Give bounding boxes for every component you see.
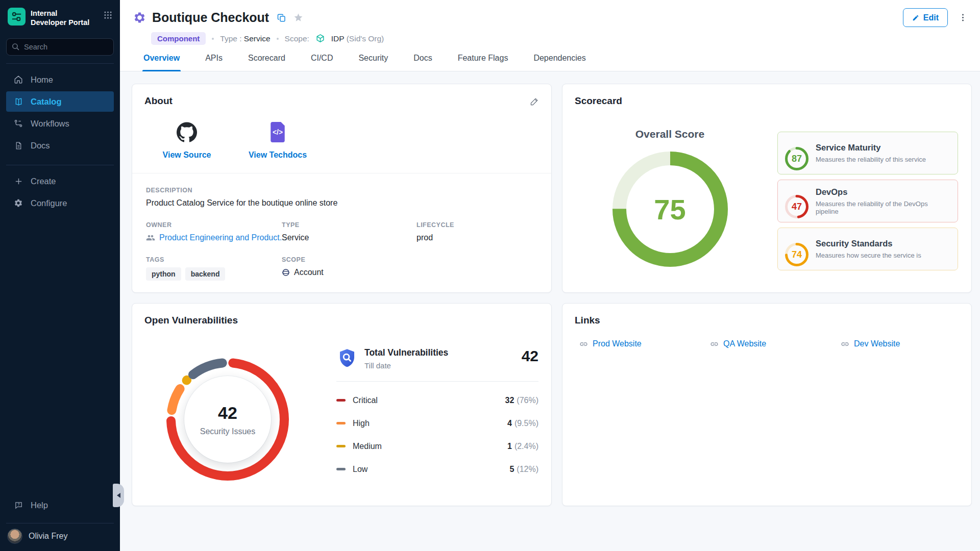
docs-icon xyxy=(13,140,23,151)
app-name: Internal Developer Portal xyxy=(31,8,89,27)
star-icon[interactable] xyxy=(293,13,303,22)
severity-row-medium: Medium 1 (2.4%) xyxy=(336,435,538,458)
edit-about-pencil-icon[interactable] xyxy=(530,97,539,106)
sidebar-item-catalog[interactable]: Catalog xyxy=(6,91,114,112)
page-title: Boutique Checkout xyxy=(152,10,269,25)
tab-docs[interactable]: Docs xyxy=(413,54,432,71)
tab-dependencies[interactable]: Dependencies xyxy=(533,54,585,71)
links-card: Links Prod Website QA Website xyxy=(562,303,972,506)
chevron-left-icon xyxy=(117,493,120,498)
severity-row-high: High 4 (9.5%) xyxy=(336,412,538,435)
severity-pct: (76%) xyxy=(517,396,538,405)
severity-count: 1 xyxy=(507,442,512,451)
sidebar-item-label: Home xyxy=(31,75,53,85)
scope-field-value: Account xyxy=(294,268,324,277)
severity-count: 4 xyxy=(507,419,512,428)
scorecard-card: Scorecard Overall Score 75 87 xyxy=(562,84,972,293)
view-techdocs-link[interactable]: </> View Techdocs xyxy=(244,122,311,160)
gear-icon xyxy=(13,198,23,208)
devops-score: 47 xyxy=(792,202,802,212)
scope-label: Scope: xyxy=(285,34,309,43)
component-gear-icon xyxy=(133,11,146,24)
tag-chip[interactable]: backend xyxy=(185,267,226,281)
description-value: Product Catalog Service for the boutique… xyxy=(146,198,539,208)
github-icon xyxy=(177,122,197,144)
overall-score-value: 75 xyxy=(654,193,685,226)
type-field-value: Service xyxy=(282,233,416,242)
tab-overview[interactable]: Overview xyxy=(143,54,180,71)
workflows-icon xyxy=(13,118,23,129)
scorecard-item-security-standards[interactable]: 74 Security Standards Measures how secur… xyxy=(777,228,958,270)
link-chain-icon xyxy=(710,340,719,348)
type-label: Type : xyxy=(220,34,241,43)
link-label: QA Website xyxy=(723,339,766,348)
link-prod-website[interactable]: Prod Website xyxy=(579,339,710,348)
lifecycle-label: LIFECYCLE xyxy=(416,221,539,229)
svg-text:</>: </> xyxy=(273,129,283,136)
sidebar-item-create[interactable]: Create xyxy=(6,171,114,191)
sidebar-divider xyxy=(6,63,114,64)
link-qa-website[interactable]: QA Website xyxy=(710,339,841,348)
owner-label: OWNER xyxy=(146,221,282,229)
tab-security[interactable]: Security xyxy=(358,54,388,71)
tag-chip[interactable]: python xyxy=(146,267,181,281)
sidebar-item-docs[interactable]: Docs xyxy=(6,135,114,156)
app-logo-icon xyxy=(8,8,26,26)
description-label: DESCRIPTION xyxy=(146,187,539,194)
scorecard-item-desc: Measures how secure the service is xyxy=(816,252,921,259)
link-dev-website[interactable]: Dev Website xyxy=(841,339,971,348)
shield-scan-icon xyxy=(336,347,358,371)
vulnerabilities-card: Open Vulnerabilities 42 Security Issues … xyxy=(132,303,552,506)
type-value: Service xyxy=(244,34,271,43)
about-card: About View Source </> View Techdocs xyxy=(132,84,552,293)
critical-marker xyxy=(336,399,346,402)
svg-text:?: ? xyxy=(17,503,19,507)
tab-feature-flags[interactable]: Feature Flags xyxy=(458,54,508,71)
lifecycle-value: prod xyxy=(416,233,539,242)
scope-org: (Sid's Org) xyxy=(347,34,384,43)
owner-link[interactable]: Product Engineering and Product... xyxy=(146,233,282,242)
owner-value: Product Engineering and Product... xyxy=(159,233,286,242)
about-card-title: About xyxy=(144,95,173,107)
app-switcher-grid-icon[interactable] xyxy=(103,10,113,22)
user-name: Olivia Frey xyxy=(29,532,67,541)
tab-apis[interactable]: APIs xyxy=(205,54,223,71)
breadcrumb-dot xyxy=(277,38,279,40)
type-field-label: TYPE xyxy=(282,221,416,229)
scorecard-item-devops[interactable]: 47 DevOps Measures the reliability of th… xyxy=(777,180,958,222)
sidebar-header: Internal Developer Portal xyxy=(0,0,120,27)
overall-score-label: Overall Score xyxy=(562,128,777,140)
edit-button[interactable]: Edit xyxy=(903,8,948,27)
sidebar-item-configure[interactable]: Configure xyxy=(6,193,114,213)
tab-scorecard[interactable]: Scorecard xyxy=(248,54,285,71)
scorecard-item-service-maturity[interactable]: 87 Service Maturity Measures the reliabi… xyxy=(777,132,958,174)
sidebar-item-label: Catalog xyxy=(31,97,62,107)
medium-marker xyxy=(336,445,346,447)
scope-field-label: SCOPE xyxy=(282,256,416,263)
breadcrumb-dot xyxy=(212,38,214,40)
user-menu[interactable]: Olivia Frey xyxy=(0,523,120,544)
security-issues-label: Security Issues xyxy=(200,427,255,436)
scorecard-card-title: Scorecard xyxy=(575,95,622,107)
overall-score-chart: Overall Score 75 xyxy=(562,107,777,276)
view-source-link[interactable]: View Source xyxy=(154,122,220,160)
link-chain-icon xyxy=(579,340,588,348)
tab-cicd[interactable]: CI/CD xyxy=(311,54,333,71)
sidebar-item-label: Workflows xyxy=(31,119,69,129)
severity-count: 5 xyxy=(509,465,514,474)
kebab-menu-icon[interactable] xyxy=(958,13,968,22)
sidebar-item-help[interactable]: ? Help xyxy=(6,495,114,515)
sidebar-item-home[interactable]: Home xyxy=(6,69,114,90)
entity-kind-badge: Component xyxy=(151,32,206,45)
severity-row-low: Low 5 (12%) xyxy=(336,458,538,481)
severity-label: High xyxy=(353,419,370,428)
copy-icon[interactable] xyxy=(277,13,286,22)
link-chain-icon xyxy=(841,340,849,348)
edit-button-label: Edit xyxy=(923,13,939,22)
sidebar-item-workflows[interactable]: Workflows xyxy=(6,113,114,134)
service-maturity-score: 87 xyxy=(792,154,802,164)
page-header: Boutique Checkout Edit Component Type : … xyxy=(120,0,980,71)
search-input[interactable] xyxy=(6,38,114,56)
sidebar-collapse-handle[interactable] xyxy=(113,484,124,507)
help-icon: ? xyxy=(13,500,23,510)
